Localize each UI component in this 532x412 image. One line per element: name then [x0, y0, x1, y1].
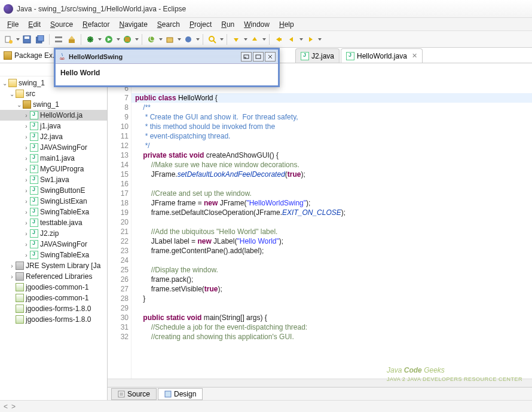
toggle-breadcrumb-button[interactable] — [53, 33, 65, 45]
tree-jar[interactable]: jgoodies-forms-1.8.0 — [0, 314, 107, 325]
disclosure-icon[interactable]: › — [23, 220, 30, 226]
next-annotation-button[interactable] — [230, 33, 242, 45]
forward-button[interactable] — [304, 33, 316, 45]
disclosure-icon[interactable]: › — [23, 252, 30, 259]
new-package-dropdown[interactable] — [178, 38, 181, 41]
new-button[interactable] — [2, 33, 14, 45]
menu-edit[interactable]: Edit — [23, 19, 45, 30]
tree-file[interactable]: ›JAVASwingFor — [0, 142, 107, 153]
tree-jre[interactable]: ›JRE System Library [Ja — [0, 260, 107, 271]
tree-item-icon — [30, 219, 38, 227]
next-ann-dropdown[interactable] — [244, 38, 247, 41]
next-page-icon[interactable]: > — [11, 402, 16, 411]
disclosure-icon[interactable]: › — [23, 123, 30, 130]
debug-dropdown[interactable] — [98, 38, 102, 41]
prev-page-icon[interactable]: < — [4, 402, 8, 411]
tree-file[interactable]: ›J2.zip — [0, 228, 107, 239]
prev-annotation-button[interactable] — [249, 33, 261, 45]
horizontal-scrollbar[interactable] — [108, 379, 532, 387]
maximize-button[interactable] — [253, 52, 264, 62]
close-icon[interactable]: ✕ — [412, 52, 417, 60]
search-dropdown[interactable] — [220, 38, 224, 41]
coverage-dropdown[interactable] — [135, 38, 139, 41]
open-type-dropdown[interactable] — [196, 38, 200, 41]
disclosure-icon[interactable]: › — [23, 144, 30, 151]
tree-file[interactable]: ›SwingTableExa — [0, 207, 107, 217]
minimize-button[interactable] — [241, 52, 252, 62]
disclosure-icon[interactable]: › — [23, 230, 30, 237]
disclosure-icon[interactable]: ⌄ — [8, 91, 16, 97]
tree-package[interactable]: ⌄swing_1 — [0, 99, 107, 110]
disclosure-icon[interactable]: › — [23, 198, 30, 205]
new-dropdown[interactable] — [16, 38, 20, 41]
tree-file[interactable]: ›SwingListExan — [0, 196, 107, 207]
build-button[interactable] — [66, 33, 78, 45]
disclosure-icon[interactable]: › — [8, 263, 16, 269]
new-class-dropdown[interactable] — [159, 38, 163, 41]
disclosure-icon[interactable]: › — [8, 273, 16, 280]
disclosure-icon[interactable]: › — [23, 134, 30, 140]
tree-jar[interactable]: jgoodies-common-1 — [0, 282, 107, 293]
forward-dropdown[interactable] — [318, 38, 322, 41]
new-class-button[interactable]: C — [145, 33, 157, 45]
tree-file[interactable]: ›main1.java — [0, 153, 107, 164]
pager[interactable]: < > — [4, 402, 16, 411]
menu-run[interactable]: Run — [216, 19, 239, 30]
project-tree[interactable]: ⌄swing_1⌄src⌄swing_1›HelloWorld.ja›j1.ja… — [0, 76, 107, 400]
line-gutter[interactable]: 4567−8−910111213−14151617181920212223242… — [108, 63, 132, 379]
tree-file[interactable]: ›HelloWorld.ja — [0, 110, 107, 121]
tree-file[interactable]: ›testtable.java — [0, 217, 107, 228]
tree-item-icon — [30, 251, 38, 259]
design-tab[interactable]: Design — [158, 388, 203, 400]
new-package-button[interactable] — [164, 33, 176, 45]
disclosure-icon[interactable]: › — [23, 112, 30, 119]
disclosure-icon[interactable]: › — [23, 187, 30, 194]
tree-file[interactable]: ›MyGUIProgra — [0, 164, 107, 174]
menu-refactor[interactable]: Refactor — [78, 19, 114, 30]
tree-jar[interactable]: jgoodies-forms-1.8.0 — [0, 303, 107, 314]
swing-titlebar[interactable]: HelloWorldSwing — [56, 50, 278, 64]
menu-source[interactable]: Source — [45, 19, 78, 30]
tree-file[interactable]: ›SwingButtonE — [0, 185, 107, 196]
close-button[interactable] — [265, 52, 276, 62]
disclosure-icon[interactable]: › — [23, 241, 30, 248]
tree-file[interactable]: ›JAVASwingFor — [0, 239, 107, 250]
menu-navigate[interactable]: Navigate — [114, 19, 152, 30]
menu-search[interactable]: Search — [152, 19, 185, 30]
menu-file[interactable]: File — [2, 19, 23, 30]
disclosure-icon[interactable]: › — [23, 209, 30, 216]
tree-file[interactable]: ›SwingTableExa — [0, 250, 107, 260]
save-button[interactable] — [21, 33, 33, 45]
coverage-button[interactable] — [121, 33, 133, 45]
editor-tab-helloworld[interactable]: HelloWorld.java ✕ — [341, 48, 423, 63]
disclosure-icon[interactable]: ⌄ — [1, 80, 8, 87]
debug-button[interactable] — [84, 33, 96, 45]
tree-src[interactable]: ⌄src — [0, 88, 107, 99]
swing-app-window[interactable]: HelloWorldSwing Hello World — [54, 48, 280, 87]
tree-file[interactable]: ›j1.java — [0, 121, 107, 131]
editor-tab-j2[interactable]: J2.java — [295, 48, 340, 63]
run-button[interactable] — [103, 33, 115, 45]
run-dropdown[interactable] — [117, 38, 120, 41]
prev-ann-dropdown[interactable] — [262, 38, 266, 41]
source-tab[interactable]: Source — [111, 388, 157, 400]
disclosure-icon[interactable]: ⌄ — [16, 102, 23, 108]
back-dropdown[interactable] — [299, 38, 303, 41]
code-editor[interactable]: import javax.swing.*; public class Hello… — [132, 63, 532, 379]
search-button[interactable] — [206, 33, 218, 45]
disclosure-icon[interactable]: › — [23, 177, 30, 183]
editor-area: J2.java HelloWorld.java ✕ 4567−8−9101112… — [108, 48, 532, 400]
tree-jar[interactable]: jgoodies-common-1 — [0, 293, 107, 303]
disclosure-icon[interactable]: › — [23, 166, 30, 173]
disclosure-icon[interactable]: › — [23, 155, 30, 162]
open-type-button[interactable] — [182, 33, 194, 45]
menu-window[interactable]: Window — [239, 19, 274, 30]
menu-help[interactable]: Help — [274, 19, 299, 30]
tree-file[interactable]: ›J2.java — [0, 131, 107, 142]
back-button[interactable] — [286, 33, 298, 45]
last-edit-button[interactable] — [273, 33, 285, 45]
save-all-button[interactable] — [34, 33, 46, 45]
tree-file[interactable]: ›Sw1.java — [0, 174, 107, 185]
menu-project[interactable]: Project — [185, 19, 216, 30]
tree-reflib[interactable]: ›Referenced Libraries — [0, 271, 107, 282]
